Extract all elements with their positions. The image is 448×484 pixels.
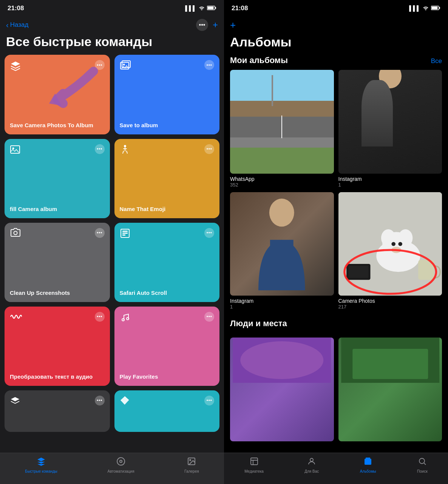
tab-search-label: Поиск xyxy=(417,469,428,473)
status-bar-left: 21:08 ▌▌▌ xyxy=(0,0,224,17)
card-label: Name That Emoji xyxy=(120,205,215,213)
battery-icon xyxy=(207,5,216,11)
card-label: Save Camera Photos To Album xyxy=(10,122,105,129)
card-label: Play Favorites xyxy=(120,373,215,381)
shortcut-text-audio[interactable]: ••• Преобразовать текст в аудио xyxy=(5,307,110,386)
shortcut-name-emoji[interactable]: ••• Name That Emoji xyxy=(114,139,220,218)
card-top: ••• xyxy=(120,396,215,409)
tab-albums[interactable]: Альбомы xyxy=(360,457,376,473)
tab-automation[interactable]: Автоматизация xyxy=(108,457,134,473)
svg-rect-22 xyxy=(432,7,438,9)
wifi-icon-right xyxy=(423,5,429,11)
svg-rect-1 xyxy=(215,7,216,9)
album-instagram2[interactable]: Instagram 1 xyxy=(230,192,334,310)
card-top: ••• xyxy=(10,60,105,74)
card-menu-btn[interactable]: ••• xyxy=(204,144,214,154)
chevron-left-icon: ‹ xyxy=(6,21,9,29)
svg-rect-2 xyxy=(208,7,214,9)
shortcut-save-camera[interactable]: ••• Save Camera Photos To Album xyxy=(5,55,110,134)
more-button[interactable]: ••• xyxy=(196,19,208,31)
album-name: WhatsApp xyxy=(230,176,334,182)
svg-point-17 xyxy=(120,460,122,462)
svg-point-15 xyxy=(122,319,124,321)
svg-rect-14 xyxy=(122,234,125,236)
svg-point-31 xyxy=(391,242,395,246)
svg-rect-40 xyxy=(352,349,428,379)
gallery-tab-icon xyxy=(187,457,196,468)
album-thumb-instagram1 xyxy=(338,70,442,174)
svg-point-38 xyxy=(240,341,323,379)
svg-rect-35 xyxy=(418,260,434,280)
card-top: ••• xyxy=(120,60,215,74)
album-instagram1[interactable]: Instagram 1 xyxy=(338,70,442,188)
tab-gallery-label: Галерея xyxy=(184,469,199,473)
albums-content[interactable]: Мои альбомы Все WhatsApp 352 xyxy=(224,55,448,453)
card-label: Clean Up Screenshots xyxy=(10,289,105,297)
card-menu-btn[interactable]: ••• xyxy=(95,144,105,154)
left-panel: 21:08 ▌▌▌ ‹ Назад ••• xyxy=(0,0,224,484)
shortcuts-grid: ••• Save Camera Photos To Album xyxy=(0,55,224,453)
card-menu-btn[interactable]: ••• xyxy=(204,60,214,70)
album-whatsapp[interactable]: WhatsApp 352 xyxy=(230,70,334,188)
tab-foryou[interactable]: Для Вас xyxy=(304,457,319,473)
svg-rect-24 xyxy=(270,240,294,271)
album-camera[interactable]: Camera Photos 217 xyxy=(338,192,442,310)
tab-shortcuts-label: Быстрые команды xyxy=(25,469,57,473)
tab-automation-label: Автоматизация xyxy=(108,469,134,473)
tab-gallery[interactable]: Галерея xyxy=(184,457,199,473)
add-button[interactable]: + xyxy=(213,20,218,30)
card-top: ••• xyxy=(10,144,105,157)
tab-shortcuts[interactable]: Быстрые команды xyxy=(25,457,57,473)
shortcuts-tab-icon xyxy=(37,457,46,468)
svg-rect-34 xyxy=(348,266,368,278)
shortcut-save-album[interactable]: ••• Save to album xyxy=(114,55,220,134)
card-menu-btn[interactable]: ••• xyxy=(204,396,214,405)
album-name: Instagram xyxy=(338,176,442,182)
card-menu-btn[interactable]: ••• xyxy=(95,60,105,70)
back-label: Назад xyxy=(10,21,29,29)
places-title: Люди и места xyxy=(230,319,287,328)
back-button[interactable]: ‹ Назад xyxy=(6,21,28,29)
card-label: fill Camera album xyxy=(10,205,105,213)
card-menu-btn[interactable]: ••• xyxy=(204,312,214,322)
svg-point-19 xyxy=(190,459,191,461)
signal-icon: ▌▌▌ xyxy=(185,5,196,11)
place-thumb-purple[interactable] xyxy=(230,338,334,441)
svg-rect-13 xyxy=(122,233,128,234)
album-name: Instagram xyxy=(230,298,334,304)
place-thumb-green[interactable] xyxy=(338,338,442,441)
shortcut-fill-camera[interactable]: ••• fill Camera album xyxy=(5,139,110,218)
status-icons-right: ▌▌▌ xyxy=(409,5,440,11)
places-section-header: Люди и места xyxy=(230,319,442,333)
album-count: 217 xyxy=(338,304,442,310)
card-menu-btn[interactable]: ••• xyxy=(95,396,105,405)
status-icons-left: ▌▌▌ xyxy=(185,5,216,11)
add-album-button[interactable]: + xyxy=(230,19,236,31)
all-albums-link[interactable]: Все xyxy=(431,57,442,65)
my-albums-title: Мои альбомы xyxy=(230,55,288,65)
svg-rect-43 xyxy=(365,459,371,465)
shortcut-bottom-left[interactable]: ••• xyxy=(5,390,110,432)
battery-icon-right xyxy=(431,5,440,11)
shortcut-play-favorites[interactable]: ••• Play Favorites xyxy=(114,307,220,386)
card-top: ••• xyxy=(120,312,215,325)
shortcut-bottom-right[interactable]: ••• xyxy=(114,390,220,432)
card-menu-btn[interactable]: ••• xyxy=(204,228,214,238)
places-row xyxy=(230,338,442,441)
wifi-icon xyxy=(199,5,205,11)
card-menu-btn[interactable]: ••• xyxy=(95,228,105,238)
image-icon xyxy=(10,144,20,157)
svg-point-10 xyxy=(14,231,17,234)
card-label: Save to album xyxy=(120,122,215,129)
shortcut-safari-scroll[interactable]: ••• Safari Auto Scroll xyxy=(114,223,220,302)
card-top: ••• xyxy=(120,144,215,157)
tab-search[interactable]: Поиск xyxy=(417,457,428,473)
albums-tab-icon xyxy=(363,457,372,468)
my-albums-section-header: Мои альбомы Все xyxy=(230,55,442,65)
page-title-left: Все быстрые команды xyxy=(0,33,224,55)
tab-library[interactable]: Медиатека xyxy=(244,457,264,473)
page-title-right: Альбомы xyxy=(224,33,448,55)
shortcut-clean-screenshots[interactable]: ••• Clean Up Screenshots xyxy=(5,223,110,302)
card-menu-btn[interactable]: ••• xyxy=(95,312,105,322)
time-right: 21:08 xyxy=(232,5,248,12)
